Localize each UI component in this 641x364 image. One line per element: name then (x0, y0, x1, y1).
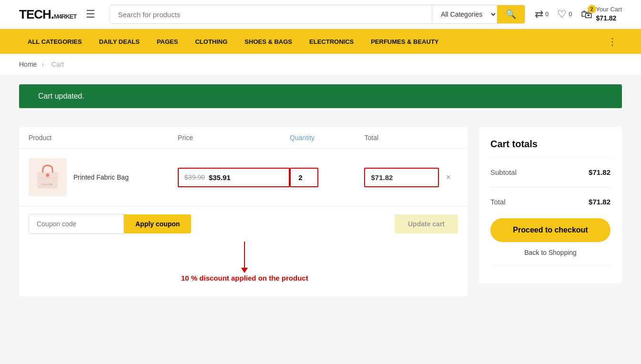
heart-icon: ♡ (557, 8, 567, 20)
svg-text:Coco Fab: Coco Fab (41, 183, 52, 186)
cart-badge: 2 (588, 5, 596, 13)
search-input[interactable] (110, 5, 432, 23)
cart-text: Your Cart $71.82 (596, 6, 622, 22)
arrow-annotation: 10 % discount applied on the product (181, 242, 308, 282)
col-quantity: Quantity (290, 134, 365, 142)
back-to-shopping-link[interactable]: Back to Shopping (490, 249, 610, 256)
col-remove (439, 134, 458, 142)
totals-divider-top (490, 157, 610, 158)
hamburger-menu-icon[interactable]: ☰ (86, 8, 95, 20)
price-old: $39.90 (184, 173, 205, 181)
product-thumbnail: Coco Fab (29, 158, 67, 196)
main-content: Product Price Quantity Total (0, 118, 641, 315)
price-new: $35.91 (209, 173, 231, 182)
arrow-head-icon (241, 268, 248, 273)
cart-total-header: $71.82 (596, 14, 622, 22)
product-image: Coco Fab (33, 163, 62, 192)
compare-icon: ⇄ (535, 8, 543, 20)
total-row: Total $71.82 (490, 193, 610, 211)
update-cart-button[interactable]: Update cart (395, 214, 458, 233)
totals-divider-mid (490, 187, 610, 187)
total-value: $71.82 (589, 198, 610, 206)
wishlist-count: 0 (569, 10, 572, 18)
subtotal-row: Subtotal $71.82 (490, 163, 610, 181)
nav-bar: ALL CATEGORIES DAILY DEALS PAGES CLOTHIN… (0, 29, 641, 54)
nav-electronics[interactable]: ELECTRONICS (301, 31, 362, 52)
col-total: Total (364, 134, 439, 142)
quantity-input[interactable] (290, 168, 318, 187)
nav-more-icon[interactable]: ⋮ (603, 29, 622, 54)
remove-item-button[interactable]: × (439, 171, 458, 184)
table-row: Coco Fab Printed Fabric Bag $39.90 $35.9… (19, 149, 468, 206)
product-cell: Coco Fab Printed Fabric Bag (29, 158, 178, 196)
category-select[interactable]: All Categories (432, 5, 497, 23)
breadcrumb: Home › Cart (0, 54, 641, 75)
total-label: Total (490, 198, 506, 206)
nav-shoes-bags[interactable]: SHOES & BAGS (236, 31, 301, 52)
logo-market: M4RKET (54, 13, 76, 20)
nav-pages[interactable]: PAGES (148, 31, 187, 52)
discount-annotation-area: 10 % discount applied on the product (19, 242, 468, 296)
arrow-line (244, 242, 245, 268)
your-cart-label: Your Cart (596, 6, 622, 14)
col-product: Product (29, 134, 178, 142)
coupon-row: Apply coupon Update cart (19, 206, 468, 242)
apply-coupon-button[interactable]: Apply coupon (124, 214, 191, 233)
search-bar: All Categories 🔍 (110, 5, 525, 24)
col-price: Price (178, 134, 290, 142)
cart-updated-alert: Cart updated. (19, 84, 622, 108)
breadcrumb-separator: › (41, 61, 44, 68)
product-name: Printed Fabric Bag (73, 173, 129, 181)
breadcrumb-home[interactable]: Home (19, 61, 37, 68)
cart-table: Product Price Quantity Total (19, 127, 468, 296)
breadcrumb-current: Cart (51, 61, 64, 68)
proceed-to-checkout-button[interactable]: Proceed to checkout (490, 218, 610, 242)
wishlist-icon-group[interactable]: ♡ 0 (557, 8, 572, 20)
alert-message: Cart updated. (38, 92, 84, 100)
svg-point-2 (46, 173, 50, 177)
cart-totals-panel: Cart totals Subtotal $71.82 Total $71.82… (479, 127, 622, 283)
subtotal-label: Subtotal (490, 168, 517, 176)
price-cell: $39.90 $35.91 (178, 168, 290, 187)
header: TECH.M4RKET ☰ All Categories 🔍 ⇄ 0 ♡ 0 🛍… (0, 0, 641, 29)
cart-section: Product Price Quantity Total (19, 127, 468, 296)
logo[interactable]: TECH.M4RKET (19, 7, 76, 22)
subtotal-value: $71.82 (589, 168, 610, 176)
logo-tech: TECH. (19, 7, 54, 21)
nav-perfumes-beauty[interactable]: PERFUMES & BEAUTY (362, 31, 447, 52)
discount-text: 10 % discount applied on the product (181, 274, 308, 282)
coupon-input[interactable] (29, 214, 124, 234)
cart-icon-group[interactable]: 🛍 2 Your Cart $71.82 (581, 6, 622, 22)
compare-count: 0 (545, 10, 549, 18)
total-cell: $71.82 (364, 168, 439, 187)
search-button[interactable]: 🔍 (497, 5, 525, 23)
compare-icon-group[interactable]: ⇄ 0 (535, 8, 549, 20)
nav-clothing[interactable]: CLOTHING (186, 31, 236, 52)
cart-totals-title: Cart totals (490, 139, 610, 150)
totals-divider-bottom (490, 266, 610, 266)
cart-table-header: Product Price Quantity Total (19, 127, 468, 149)
cart-icon-wrap: 🛍 2 (581, 8, 592, 21)
nav-daily-deals[interactable]: DAILY DEALS (91, 31, 148, 52)
nav-all-categories[interactable]: ALL CATEGORIES (19, 31, 91, 52)
header-icons: ⇄ 0 ♡ 0 🛍 2 Your Cart $71.82 (535, 6, 622, 22)
